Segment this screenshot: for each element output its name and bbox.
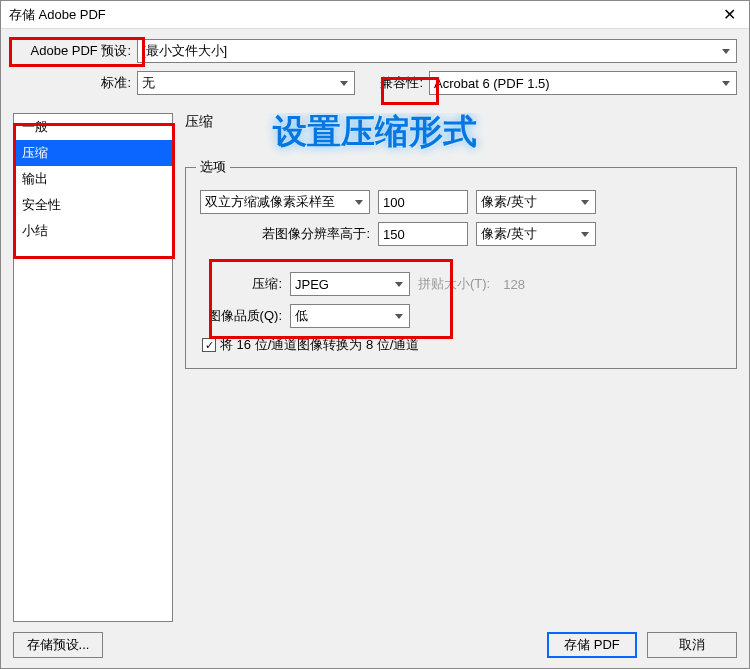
compression-panel: 压缩 设置压缩形式 选项 双立方缩减像素采样至 100 像素/英寸: [183, 113, 737, 622]
downsample-unit-dropdown[interactable]: 像素/英寸: [476, 190, 596, 214]
category-sidebar: 一般 压缩 输出 安全性 小结: [13, 113, 173, 622]
convert-16bit-row[interactable]: ✓ 将 16 位/通道图像转换为 8 位/通道: [202, 336, 722, 354]
convert-16bit-checkbox[interactable]: ✓: [202, 338, 216, 352]
save-pdf-button[interactable]: 存储 PDF: [547, 632, 637, 658]
save-adobe-pdf-dialog: 存储 Adobe PDF ✕ Adobe PDF 预设: [最小文件大小] 标准…: [0, 0, 750, 669]
compress-value: JPEG: [295, 277, 329, 292]
dialog-content: Adobe PDF 预设: [最小文件大小] 标准: 无 兼容性: Acroba…: [1, 29, 749, 622]
cancel-button[interactable]: 取消: [647, 632, 737, 658]
save-preset-button[interactable]: 存储预设...: [13, 632, 103, 658]
downsample-value-field[interactable]: 100: [378, 190, 468, 214]
sidebar-item-general[interactable]: 一般: [14, 114, 172, 140]
standard-dropdown[interactable]: 无: [137, 71, 355, 95]
options-group: 选项 双立方缩减像素采样至 100 像素/英寸: [185, 167, 737, 369]
preset-row: Adobe PDF 预设: [最小文件大小]: [13, 39, 737, 63]
downsample-unit-value: 像素/英寸: [481, 193, 537, 211]
standard-label: 标准:: [101, 75, 131, 90]
title-bar: 存储 Adobe PDF ✕: [1, 1, 749, 29]
tile-size-value: 128: [503, 277, 525, 292]
downsample-method-value: 双立方缩减像素采样至: [205, 193, 335, 211]
preset-value: [最小文件大小]: [142, 42, 227, 60]
compat-label: 兼容性:: [380, 75, 423, 90]
close-icon: ✕: [723, 5, 736, 24]
compress-row: 压缩: JPEG 拼贴大小(T): 128: [200, 272, 722, 296]
quality-dropdown[interactable]: 低: [290, 304, 410, 328]
compress-label: 压缩:: [252, 276, 282, 291]
compat-dropdown[interactable]: Acrobat 6 (PDF 1.5): [429, 71, 737, 95]
dialog-button-bar: 存储预设... 存储 PDF 取消: [1, 622, 749, 668]
group-legend: 选项: [196, 158, 230, 176]
threshold-unit-value: 像素/英寸: [481, 225, 537, 243]
compat-value: Acrobat 6 (PDF 1.5): [434, 76, 550, 91]
standard-value: 无: [142, 74, 155, 92]
sidebar-item-output[interactable]: 输出: [14, 166, 172, 192]
panel-title: 压缩: [185, 113, 737, 131]
tile-size-field: 128: [498, 272, 548, 296]
quality-value: 低: [295, 307, 308, 325]
standard-compat-row: 标准: 无 兼容性: Acrobat 6 (PDF 1.5): [13, 71, 737, 95]
threshold-label: 若图像分辨率高于:: [262, 226, 370, 241]
close-button[interactable]: ✕: [709, 1, 749, 29]
downsample-row: 双立方缩减像素采样至 100 像素/英寸: [200, 190, 722, 214]
preset-dropdown[interactable]: [最小文件大小]: [137, 39, 737, 63]
quality-row: 图像品质(Q): 低: [200, 304, 722, 328]
threshold-value-field[interactable]: 150: [378, 222, 468, 246]
threshold-row: 若图像分辨率高于: 150 像素/英寸: [200, 222, 722, 246]
quality-label: 图像品质(Q):: [208, 308, 282, 323]
preset-label: Adobe PDF 预设:: [31, 43, 131, 58]
threshold-value: 150: [383, 227, 405, 242]
compress-dropdown[interactable]: JPEG: [290, 272, 410, 296]
convert-16bit-label: 将 16 位/通道图像转换为 8 位/通道: [220, 336, 419, 354]
downsample-method-dropdown[interactable]: 双立方缩减像素采样至: [200, 190, 370, 214]
window-title: 存储 Adobe PDF: [9, 6, 106, 24]
sidebar-item-summary[interactable]: 小结: [14, 218, 172, 244]
tile-size-label: 拼贴大小(T):: [418, 275, 490, 293]
sidebar-item-security[interactable]: 安全性: [14, 192, 172, 218]
downsample-value: 100: [383, 195, 405, 210]
sidebar-item-compression[interactable]: 压缩: [14, 140, 172, 166]
main-area: 一般 压缩 输出 安全性 小结 压缩 设置压缩形式 选项 双立方缩减像素采样至: [13, 113, 737, 622]
threshold-unit-dropdown[interactable]: 像素/英寸: [476, 222, 596, 246]
